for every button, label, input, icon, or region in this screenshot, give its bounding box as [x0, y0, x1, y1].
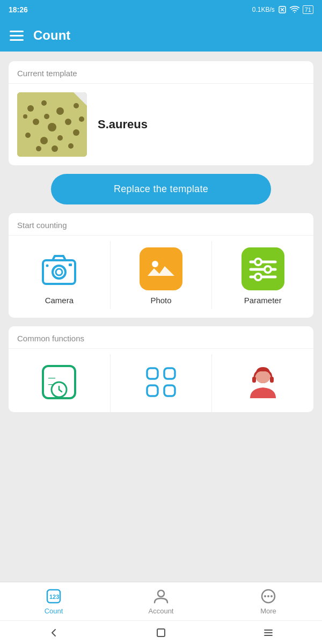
account-nav-icon: [152, 588, 170, 605]
photo-icon: [144, 252, 178, 286]
history-icon-box: — —: [38, 361, 80, 404]
apps-item[interactable]: [111, 354, 213, 412]
svg-point-33: [264, 595, 266, 597]
common-functions-label: Common functions: [9, 326, 313, 349]
template-section-label: Current template: [9, 61, 313, 84]
svg-rect-24: [164, 385, 175, 396]
svg-point-7: [46, 265, 49, 267]
svg-point-14: [255, 274, 261, 280]
nav-account-label: Account: [149, 607, 174, 615]
parameter-icon-box: [241, 247, 284, 290]
nav-more[interactable]: More: [215, 582, 322, 620]
support-icon: [243, 362, 283, 402]
photo-icon-box: [140, 247, 182, 290]
bottom-nav: 123 Count Account More: [0, 582, 322, 620]
photo-label: Photo: [150, 296, 171, 305]
start-counting-grid: Camera Photo: [9, 236, 313, 318]
template-thumbnail[interactable]: [17, 92, 87, 157]
replace-button-container: Replace the template: [9, 174, 313, 204]
svg-rect-6: [69, 264, 72, 266]
sim-icon: [278, 5, 287, 14]
apps-icon: [142, 363, 180, 401]
template-name: S.aureus: [98, 118, 148, 131]
nav-count-label: Count: [45, 607, 63, 615]
parameter-label: Parameter: [244, 296, 282, 305]
apps-icon-box: [140, 361, 182, 404]
svg-rect-28: [270, 377, 274, 383]
nav-more-label: More: [260, 607, 276, 615]
svg-point-31: [158, 590, 164, 597]
photo-item[interactable]: Photo: [111, 241, 213, 309]
start-counting-card: Start counting Camera: [9, 213, 313, 318]
battery-indicator: 71: [303, 5, 313, 14]
nav-account[interactable]: Account: [107, 582, 215, 620]
svg-point-8: [152, 261, 158, 267]
main-content: Current template S.aureus Replace the te…: [0, 52, 322, 582]
parameter-item[interactable]: Parameter: [212, 241, 313, 309]
home-button[interactable]: [155, 626, 167, 639]
page-title: Count: [33, 28, 70, 43]
menu-button[interactable]: [10, 31, 24, 41]
svg-point-13: [265, 266, 271, 273]
wifi-icon: [290, 6, 299, 13]
svg-point-12: [255, 259, 261, 265]
support-item[interactable]: [212, 354, 313, 412]
system-nav-bar: [0, 620, 322, 644]
count-nav-icon: 123: [45, 588, 62, 605]
common-functions-card: Common functions — —: [9, 326, 313, 412]
camera-icon: [40, 251, 78, 287]
status-time: 18:26: [9, 5, 28, 14]
svg-rect-27: [252, 377, 256, 383]
replace-template-button[interactable]: Replace the template: [51, 174, 271, 204]
svg-rect-23: [147, 385, 158, 396]
nav-count[interactable]: 123 Count: [0, 582, 107, 620]
svg-point-4: [53, 266, 65, 279]
common-functions-grid: — —: [9, 349, 313, 412]
support-icon-box: [241, 361, 284, 404]
current-template-card: Current template S.aureus: [9, 61, 313, 165]
history-icon: — —: [39, 362, 79, 402]
svg-rect-22: [164, 368, 175, 379]
svg-rect-21: [147, 368, 158, 379]
svg-rect-36: [157, 629, 165, 636]
back-button[interactable]: [47, 626, 60, 639]
camera-label: Camera: [45, 296, 74, 305]
svg-point-5: [56, 269, 62, 275]
speed-indicator: 0.1KB/s: [252, 6, 275, 13]
camera-item[interactable]: Camera: [9, 241, 111, 309]
start-counting-label: Start counting: [9, 213, 313, 236]
camera-icon-box: [38, 247, 80, 290]
svg-point-34: [267, 595, 269, 597]
more-nav-icon: [260, 588, 277, 605]
app-header: Count: [0, 19, 322, 52]
parameter-icon: [246, 252, 280, 286]
status-bar: 18:26 0.1KB/s 71: [0, 0, 322, 19]
svg-point-35: [270, 595, 273, 597]
template-content: S.aureus: [9, 84, 313, 165]
status-icons: 0.1KB/s 71: [252, 5, 313, 14]
svg-text:123: 123: [49, 594, 59, 600]
history-item[interactable]: — —: [9, 354, 111, 412]
recents-button[interactable]: [262, 626, 275, 639]
